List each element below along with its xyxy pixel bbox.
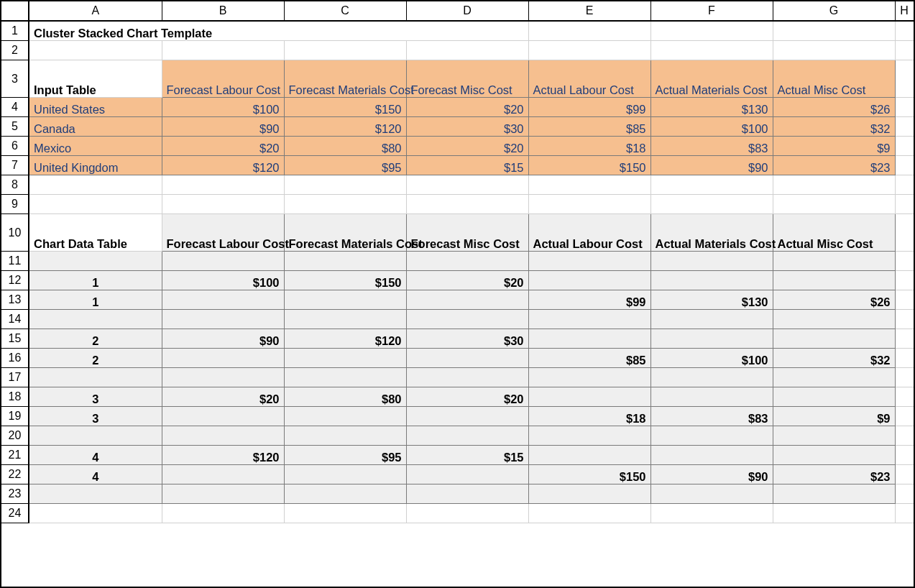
row-header-5[interactable]: 5 <box>1 117 29 137</box>
row-11[interactable]: 11 <box>1 252 914 271</box>
input-row-2-5[interactable]: $9 <box>773 137 895 156</box>
row-header-23[interactable]: 23 <box>1 484 29 504</box>
chart-row-0-3[interactable] <box>528 252 650 271</box>
row-23[interactable]: 23 <box>1 484 914 504</box>
input-hdr-actual-misc[interactable]: Actual Misc Cost <box>773 60 895 98</box>
input-row-0-0[interactable]: $100 <box>162 98 284 117</box>
chart-row-0-4[interactable] <box>650 252 773 271</box>
chart-row-9-3[interactable] <box>528 426 650 446</box>
row-header-9[interactable]: 9 <box>1 195 29 214</box>
cell-E1[interactable] <box>528 21 650 41</box>
chart-row-11-3[interactable]: $150 <box>528 465 650 484</box>
chart-row-11-4[interactable]: $90 <box>650 465 773 484</box>
chart-row-3-1[interactable] <box>284 310 406 329</box>
cell-C2[interactable] <box>284 41 406 60</box>
row-21[interactable]: 21 4 $120 $95 $15 <box>1 446 914 465</box>
chart-hdr-forecast-misc[interactable]: Forecast Misc Cost <box>406 214 528 252</box>
cell-H11[interactable] <box>895 252 914 271</box>
chart-row-12-3[interactable] <box>528 484 650 504</box>
row-header-3[interactable]: 3 <box>1 60 29 98</box>
cell-B9[interactable] <box>162 195 284 214</box>
cell-C24[interactable] <box>284 504 406 523</box>
col-header-C[interactable]: C <box>284 1 406 21</box>
input-row-name-0[interactable]: United States <box>29 98 162 117</box>
chart-row-5-1[interactable] <box>284 349 406 368</box>
chart-row-5-4[interactable]: $100 <box>650 349 773 368</box>
row-header-16[interactable]: 16 <box>1 349 29 368</box>
cell-D8[interactable] <box>406 175 528 195</box>
cell-H9[interactable] <box>895 195 914 214</box>
chart-row-11-2[interactable] <box>406 465 528 484</box>
chart-row-3-id[interactable] <box>29 310 162 329</box>
input-row-2-3[interactable]: $18 <box>528 137 650 156</box>
chart-row-4-id[interactable]: 2 <box>29 329 162 349</box>
row-10[interactable]: 10 Chart Data Table Forecast Labour Cost… <box>1 214 914 252</box>
input-row-1-3[interactable]: $85 <box>528 117 650 137</box>
chart-row-1-2[interactable]: $20 <box>406 271 528 290</box>
chart-row-4-0[interactable]: $90 <box>162 329 284 349</box>
input-row-3-2[interactable]: $15 <box>406 156 528 175</box>
chart-row-8-3[interactable]: $18 <box>528 407 650 426</box>
row-header-14[interactable]: 14 <box>1 310 29 329</box>
input-row-name-3[interactable]: United Kingdom <box>29 156 162 175</box>
row-header-22[interactable]: 22 <box>1 465 29 484</box>
chart-row-6-3[interactable] <box>528 368 650 387</box>
chart-row-9-4[interactable] <box>650 426 773 446</box>
chart-row-12-5[interactable] <box>773 484 895 504</box>
chart-row-11-5[interactable]: $23 <box>773 465 895 484</box>
cell-E24[interactable] <box>528 504 650 523</box>
cell-B24[interactable] <box>162 504 284 523</box>
row-header-17[interactable]: 17 <box>1 368 29 387</box>
input-hdr-actual-materials[interactable]: Actual Materials Cost <box>650 60 773 98</box>
input-row-0-4[interactable]: $130 <box>650 98 773 117</box>
input-row-2-1[interactable]: $80 <box>284 137 406 156</box>
chart-hdr-actual-materials[interactable]: Actual Materials Cost <box>650 214 773 252</box>
chart-row-11-1[interactable] <box>284 465 406 484</box>
cell-D24[interactable] <box>406 504 528 523</box>
row-header-20[interactable]: 20 <box>1 426 29 446</box>
chart-row-11-0[interactable] <box>162 465 284 484</box>
cell-F9[interactable] <box>650 195 773 214</box>
chart-row-10-1[interactable]: $95 <box>284 446 406 465</box>
cell-F1[interactable] <box>650 21 773 41</box>
row-5[interactable]: 5 Canada $90 $120 $30 $85 $100 $32 <box>1 117 914 137</box>
chart-row-4-3[interactable] <box>528 329 650 349</box>
chart-row-10-4[interactable] <box>650 446 773 465</box>
row-17[interactable]: 17 <box>1 368 914 387</box>
cell-D9[interactable] <box>406 195 528 214</box>
select-all-corner[interactable] <box>1 1 29 21</box>
input-row-0-2[interactable]: $20 <box>406 98 528 117</box>
chart-row-8-1[interactable] <box>284 407 406 426</box>
cell-G1[interactable] <box>773 21 895 41</box>
chart-row-2-5[interactable]: $26 <box>773 290 895 310</box>
chart-row-5-3[interactable]: $85 <box>528 349 650 368</box>
cell-H21[interactable] <box>895 446 914 465</box>
row-6[interactable]: 6 Mexico $20 $80 $20 $18 $83 $9 <box>1 137 914 156</box>
chart-row-10-3[interactable] <box>528 446 650 465</box>
row-header-12[interactable]: 12 <box>1 271 29 290</box>
cell-H6[interactable] <box>895 137 914 156</box>
chart-row-7-3[interactable] <box>528 387 650 407</box>
cell-H24[interactable] <box>895 504 914 523</box>
input-row-3-1[interactable]: $95 <box>284 156 406 175</box>
input-row-2-4[interactable]: $83 <box>650 137 773 156</box>
chart-row-7-0[interactable]: $20 <box>162 387 284 407</box>
cell-H23[interactable] <box>895 484 914 504</box>
chart-hdr-actual-labour[interactable]: Actual Labour Cost <box>528 214 650 252</box>
chart-row-3-4[interactable] <box>650 310 773 329</box>
col-header-F[interactable]: F <box>650 1 773 21</box>
chart-row-12-1[interactable] <box>284 484 406 504</box>
chart-row-4-2[interactable]: $30 <box>406 329 528 349</box>
input-row-3-3[interactable]: $150 <box>528 156 650 175</box>
chart-row-6-5[interactable] <box>773 368 895 387</box>
cell-H22[interactable] <box>895 465 914 484</box>
chart-row-2-2[interactable] <box>406 290 528 310</box>
row-header-19[interactable]: 19 <box>1 407 29 426</box>
chart-row-3-3[interactable] <box>528 310 650 329</box>
chart-row-2-id[interactable]: 1 <box>29 290 162 310</box>
input-row-name-1[interactable]: Canada <box>29 117 162 137</box>
row-8[interactable]: 8 <box>1 175 914 195</box>
cell-H17[interactable] <box>895 368 914 387</box>
cell-H10[interactable] <box>895 214 914 252</box>
cell-C9[interactable] <box>284 195 406 214</box>
